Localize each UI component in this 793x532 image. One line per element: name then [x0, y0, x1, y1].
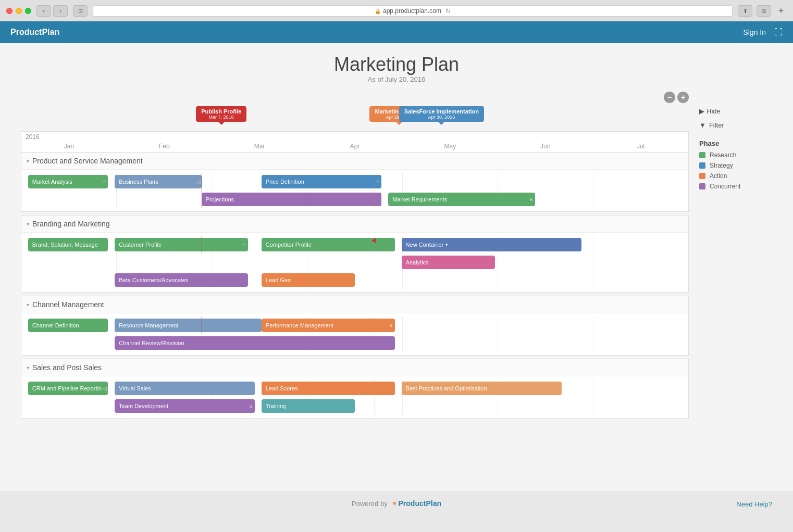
back-button[interactable]: ‹	[36, 5, 51, 17]
bar-label: Competitor Profile	[266, 242, 312, 248]
bar-menu-icon4[interactable]: ≡	[243, 242, 246, 248]
month-mar: Mar	[212, 142, 307, 151]
bar-customer-profile[interactable]: Customer Profile ≡	[115, 238, 248, 251]
bar-projections[interactable]: Projections	[202, 193, 382, 206]
bar-handle-icon2[interactable]: ◁	[103, 386, 107, 391]
bar-new-container[interactable]: New Container ▾	[402, 238, 582, 251]
bar-channel-review[interactable]: Channel Review/Revision	[115, 336, 395, 350]
share-button[interactable]: ⬆	[738, 5, 752, 17]
bar-label: Customer Profile	[119, 242, 162, 248]
bar-team-development[interactable]: Team Development ≡	[115, 399, 255, 413]
bar-menu-icon2[interactable]: ≡	[376, 179, 379, 185]
milestone-area: Marketing Review Apr 29, 2016 Publish Pr…	[21, 106, 689, 131]
bar-analytics[interactable]: Analytics	[402, 256, 495, 269]
timeline-header: 2016 Jan Feb Mar Apr May Jun Jul	[21, 131, 689, 152]
section-channel: ▾ Channel Management	[21, 296, 689, 356]
section-sales: ▾ Sales and Post Sales C	[21, 359, 689, 419]
hide-button[interactable]: ▶ Hide	[699, 107, 772, 115]
collapse-icon[interactable]: ▾	[27, 365, 29, 371]
bar-market-analysis[interactable]: Market Analysis ≡	[28, 175, 108, 188]
bar-brand-solution[interactable]: Brand, Solution, Message	[28, 238, 108, 251]
add-tab-button[interactable]: +	[775, 5, 787, 17]
traffic-lights	[6, 8, 31, 14]
bar-label: Price Definition	[266, 179, 304, 185]
filter-button[interactable]: ▼ Filter	[699, 121, 772, 129]
bar-label: Training	[266, 403, 286, 409]
refresh-icon[interactable]: ↻	[445, 7, 451, 15]
month-jan: Jan	[21, 142, 117, 151]
bar-resource-management[interactable]: Resource Management	[115, 319, 262, 332]
sign-in-link[interactable]: Sign In	[743, 28, 766, 36]
bar-virtual-sales[interactable]: Virtual Sales	[115, 382, 255, 395]
timeline-area: − + Marketing Review Apr 29, 2016	[21, 92, 689, 422]
month-feb: Feb	[117, 142, 212, 151]
bar-price-definition[interactable]: Price Definition ≡	[262, 175, 381, 188]
gantt-row: Channel Definition Resource Management P…	[21, 316, 688, 334]
bar-crm-pipeline[interactable]: CRM and Pipeline Reportin ◁	[28, 382, 108, 395]
bar-menu-icon5[interactable]: ≡	[390, 323, 393, 328]
section-branding: ▾ Branding and Marketing	[21, 215, 689, 293]
bar-menu-icon3[interactable]: ≡	[530, 197, 533, 202]
zoom-controls: − +	[664, 92, 689, 103]
gantt-row: Team Development ≡ Training	[21, 397, 688, 415]
bar-menu-icon[interactable]: ≡	[103, 179, 106, 185]
maximize-button[interactable]	[25, 8, 31, 14]
bar-beta-customers[interactable]: Beta Customers/Advocates	[115, 273, 248, 287]
bar-label: Resource Management	[119, 322, 178, 328]
legend-label-strategy: Strategy	[710, 162, 733, 169]
section-header-product: ▾ Product and Service Management	[21, 153, 688, 170]
gantt-row: Beta Customers/Advocates Lead Gen	[21, 271, 688, 289]
bar-market-requirements[interactable]: Market Requirements ≡	[388, 193, 535, 206]
zoom-in-button[interactable]: +	[677, 92, 689, 103]
month-may: May	[402, 142, 498, 151]
legend-color-action	[699, 173, 705, 179]
close-button[interactable]	[6, 8, 13, 14]
month-apr: Apr	[307, 142, 403, 151]
bar-best-practices[interactable]: Best Practices and Optimization	[402, 382, 562, 395]
collapse-icon[interactable]: ▾	[27, 221, 29, 227]
new-window-button[interactable]: ⧉	[757, 5, 771, 17]
milestone-salesforce[interactable]: SalesForce Implementation Apr 30, 2016	[399, 106, 484, 125]
bar-label: Lead Gen	[266, 277, 291, 283]
bar-label: CRM and Pipeline Reportin	[32, 385, 102, 391]
section-body-product: Market Analysis ≡ Business Plans ◁ Price…	[21, 170, 688, 211]
forward-button[interactable]: ›	[53, 5, 68, 17]
dropdown-icon[interactable]: ▾	[445, 242, 448, 247]
month-jun: Jun	[498, 142, 593, 151]
expand-icon[interactable]: ⛶	[774, 28, 783, 37]
gantt-row: CRM and Pipeline Reportin ◁ Virtual Sale…	[21, 379, 688, 397]
page-subtitle: As of July 20, 2016	[0, 75, 793, 83]
footer: Powered by ≡ ProductPlan Need Help?	[0, 491, 793, 516]
bar-label: Analytics	[406, 259, 429, 265]
collapse-icon[interactable]: ▾	[27, 158, 29, 164]
section-title-branding: Branding and Marketing	[32, 220, 110, 228]
section-header-branding: ▾ Branding and Marketing	[21, 216, 688, 233]
need-help-link[interactable]: Need Help?	[736, 500, 772, 508]
bar-menu-icon6[interactable]: ≡	[250, 403, 253, 409]
chevron-right-icon: ▶	[699, 107, 704, 115]
bar-handle-icon[interactable]: ◁	[196, 179, 201, 185]
flag-icon	[371, 238, 376, 243]
collapse-icon[interactable]: ▾	[27, 302, 29, 308]
page-title-area: Marketing Plan As of July 20, 2016	[0, 54, 793, 83]
gantt-row: Analytics	[21, 254, 688, 271]
minimize-button[interactable]	[16, 8, 22, 14]
section-body-channel: Channel Definition Resource Management P…	[21, 313, 688, 355]
section-title-sales: Sales and Post Sales	[32, 363, 102, 372]
browser-chrome: ‹ › ⊡ 🔒 app.productplan.com ↻ ⬆ ⧉ +	[0, 0, 793, 21]
section-header-sales: ▾ Sales and Post Sales	[21, 359, 688, 376]
milestone-publish-profile[interactable]: Publish Profile Mar 7, 2016	[196, 106, 246, 125]
bar-channel-definition[interactable]: Channel Definition	[28, 319, 108, 332]
filter-label: Filter	[709, 121, 724, 129]
address-bar[interactable]: 🔒 app.productplan.com ↻	[93, 5, 733, 17]
bar-business-plans[interactable]: Business Plans ◁	[115, 175, 201, 188]
milestone-date: Apr 30, 2016	[404, 115, 479, 120]
gantt-row: Projections Market Requirements ≡	[21, 191, 688, 208]
gantt-row: Market Analysis ≡ Business Plans ◁ Price…	[21, 173, 688, 191]
bar-label: Beta Customers/Advocates	[119, 277, 188, 283]
bar-training[interactable]: Training	[262, 399, 355, 413]
legend-title: Phase	[699, 140, 772, 147]
bar-lead-gen[interactable]: Lead Gen	[262, 273, 355, 287]
bar-label: Team Development	[119, 403, 168, 409]
zoom-out-button[interactable]: −	[664, 92, 675, 103]
